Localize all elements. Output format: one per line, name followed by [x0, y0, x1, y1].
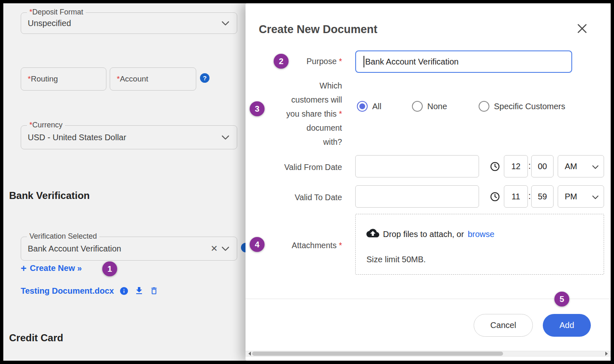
required-marker: *: [339, 109, 342, 118]
step-badge-3: 3: [250, 101, 265, 116]
chevron-down-icon: [592, 162, 599, 171]
deposit-format-value: Unspecified: [28, 19, 71, 28]
create-new-document-modal: Create New Document 2 Purpose * Bank Acc…: [246, 3, 611, 361]
scrollbar-thumb[interactable]: [252, 352, 503, 356]
required-marker: *: [29, 121, 32, 129]
size-limit-text: Size limit 50MB.: [366, 255, 426, 264]
required-marker: *: [339, 57, 342, 66]
close-icon[interactable]: [576, 22, 588, 36]
attached-file-row: Testing Document.docx: [21, 286, 159, 296]
trash-icon[interactable]: [149, 286, 159, 295]
step-badge-4: 4: [250, 237, 265, 252]
share-option-specific-label: Specific Customers: [494, 102, 565, 111]
scroll-right-arrow-icon[interactable]: [603, 351, 610, 356]
clock-icon[interactable]: [490, 192, 500, 202]
share-option-none[interactable]: None: [412, 101, 447, 112]
screen: *Deposit Format Unspecified *Routing *Ac…: [0, 0, 614, 364]
required-marker: *: [29, 8, 32, 16]
create-new-link[interactable]: + Create New »: [21, 263, 82, 273]
file-link[interactable]: Testing Document.docx: [21, 286, 114, 296]
valid-to-minute-input[interactable]: [531, 185, 554, 208]
verification-selected-value: Bank Account Verification: [28, 244, 121, 254]
routing-field[interactable]: *Routing: [21, 67, 106, 91]
clear-icon[interactable]: ✕: [210, 244, 218, 254]
deposit-format-label: *Deposit Format: [27, 8, 86, 17]
credit-card-heading: Credit Card: [9, 332, 63, 344]
valid-to-hour-input[interactable]: [504, 185, 528, 208]
valid-from-label: Valid From Date: [246, 162, 342, 172]
clock-icon[interactable]: [490, 161, 500, 172]
browse-link[interactable]: browse: [468, 230, 494, 239]
account-label: *Account: [117, 74, 148, 84]
info-icon[interactable]: [119, 286, 129, 296]
required-marker: *: [339, 241, 342, 250]
purpose-label: Purpose *: [246, 56, 342, 66]
step-badge-2: 2: [274, 54, 289, 69]
step-badge-5: 5: [554, 292, 569, 307]
drop-files-text: Drop files to attach, or: [383, 230, 464, 239]
purpose-input[interactable]: Bank Account Verification: [355, 50, 572, 73]
radio-icon[interactable]: [412, 101, 423, 112]
valid-from-minute-input[interactable]: [531, 155, 554, 177]
time-separator: :: [528, 191, 531, 201]
add-button[interactable]: Add: [543, 314, 591, 337]
valid-from-hour-input[interactable]: [504, 155, 528, 177]
valid-from-meridiem-select[interactable]: AM: [558, 155, 604, 177]
currency-label: *Currency: [27, 121, 65, 129]
horizontal-scrollbar[interactable]: [246, 351, 611, 357]
valid-to-date-input[interactable]: [355, 185, 479, 208]
chevron-down-icon[interactable]: [222, 245, 229, 253]
plus-icon: +: [21, 264, 26, 273]
chevron-down-icon: [592, 192, 599, 201]
step-badge-1: 1: [102, 261, 117, 276]
text-cursor: [364, 56, 364, 67]
valid-to-label: Valid To Date: [246, 192, 342, 202]
share-option-all-label: All: [372, 102, 381, 111]
time-separator: :: [528, 160, 531, 171]
help-icon[interactable]: ?: [200, 73, 209, 83]
share-option-none-label: None: [427, 102, 447, 111]
chevron-down-icon[interactable]: [222, 20, 229, 27]
attachments-dropzone[interactable]: Drop files to attach, or browse Size lim…: [355, 214, 604, 275]
bank-verification-heading: Bank Verification: [9, 190, 90, 201]
modal-title: Create New Document: [259, 23, 378, 36]
deposit-format-field[interactable]: *Deposit Format Unspecified: [21, 12, 237, 34]
valid-from-date-input[interactable]: [355, 155, 479, 177]
cancel-button[interactable]: Cancel: [474, 314, 533, 337]
currency-field[interactable]: *Currency USD - United States Dollar: [21, 125, 237, 149]
radio-selected-icon[interactable]: [357, 101, 368, 112]
share-option-all[interactable]: All: [357, 101, 381, 112]
verification-selected-field[interactable]: Verification Selected Bank Account Verif…: [21, 237, 237, 261]
routing-label: *Routing: [28, 74, 58, 84]
radio-icon[interactable]: [479, 101, 489, 112]
valid-to-meridiem-select[interactable]: PM: [558, 185, 604, 208]
cloud-upload-icon: [366, 227, 379, 242]
verification-selected-label: Verification Selected: [27, 232, 99, 241]
share-option-specific-customers[interactable]: Specific Customers: [479, 101, 565, 112]
account-field[interactable]: *Account: [110, 67, 196, 91]
download-icon[interactable]: [134, 286, 144, 296]
chevron-down-icon[interactable]: [222, 134, 229, 141]
currency-value: USD - United States Dollar: [28, 133, 126, 142]
